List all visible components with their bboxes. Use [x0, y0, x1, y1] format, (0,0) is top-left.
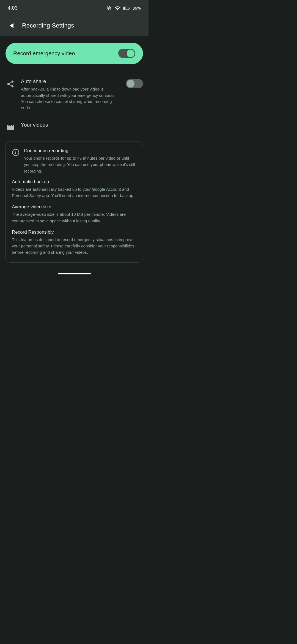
- toggle-knob: [127, 50, 134, 57]
- auto-share-content: Auto share After backup, a link to downl…: [21, 78, 120, 111]
- battery-icon: [123, 6, 130, 11]
- battery-percent: 36%: [133, 6, 141, 10]
- status-time: 4:03: [8, 5, 18, 11]
- your-videos-item[interactable]: Your videos: [6, 118, 143, 137]
- svg-rect-2: [123, 7, 125, 9]
- auto-share-item: Auto share After backup, a link to downl…: [6, 74, 143, 115]
- auto-share-toggle-track[interactable]: [126, 79, 143, 88]
- main-content: Record emergency video Auto share After …: [0, 36, 148, 269]
- status-icons: 36%: [106, 6, 141, 11]
- auto-share-toggle-knob: [127, 80, 134, 88]
- auto-share-toggle-container[interactable]: [126, 78, 143, 88]
- svg-rect-1: [129, 7, 130, 9]
- your-videos-content: Your videos: [21, 122, 143, 130]
- app-header: Recording Settings: [0, 15, 148, 36]
- average-video-size-text: The average video size is about 10 MB pe…: [12, 211, 137, 224]
- continuous-recording-header: Continuous recording Your phone records …: [12, 148, 137, 174]
- record-responsibly-text: This feature is designed to record emerg…: [12, 236, 137, 256]
- auto-share-description: After backup, a link to download your vi…: [21, 86, 120, 111]
- record-responsibly-title: Record Responsibly: [12, 230, 137, 235]
- auto-share-toggle[interactable]: [126, 79, 143, 88]
- info-card: Continuous recording Your phone records …: [6, 141, 143, 263]
- automatic-backup-text: Videos are automatically backed up to yo…: [12, 186, 137, 199]
- emergency-video-card[interactable]: Record emergency video: [6, 43, 143, 64]
- your-videos-title: Your videos: [21, 122, 143, 128]
- info-icon: [12, 149, 20, 156]
- back-button[interactable]: [7, 21, 16, 31]
- back-arrow-icon: [10, 23, 13, 28]
- automatic-backup-section: Automatic backup Videos are automaticall…: [12, 179, 137, 199]
- home-bar: [58, 273, 91, 274]
- continuous-recording-text: Your phone records for up to 45 minutes …: [24, 155, 137, 174]
- average-video-size-section: Average video size The average video siz…: [12, 204, 137, 224]
- auto-share-title: Auto share: [21, 78, 120, 84]
- emergency-video-label: Record emergency video: [13, 50, 75, 57]
- page-title: Recording Settings: [22, 22, 74, 29]
- status-bar: 4:03 36%: [0, 0, 148, 15]
- video-icon: [6, 122, 15, 132]
- automatic-backup-title: Automatic backup: [12, 179, 137, 185]
- wifi-icon: [114, 6, 120, 11]
- average-video-size-title: Average video size: [12, 204, 137, 210]
- mute-icon: [106, 6, 112, 11]
- continuous-recording-title: Continuous recording: [24, 148, 137, 154]
- emergency-video-toggle[interactable]: [118, 49, 135, 58]
- toggle-track[interactable]: [118, 49, 135, 58]
- continuous-recording-content: Continuous recording Your phone records …: [24, 148, 137, 174]
- share-icon: [6, 79, 15, 89]
- home-indicator: [0, 269, 148, 279]
- record-responsibly-section: Record Responsibly This feature is desig…: [12, 230, 137, 256]
